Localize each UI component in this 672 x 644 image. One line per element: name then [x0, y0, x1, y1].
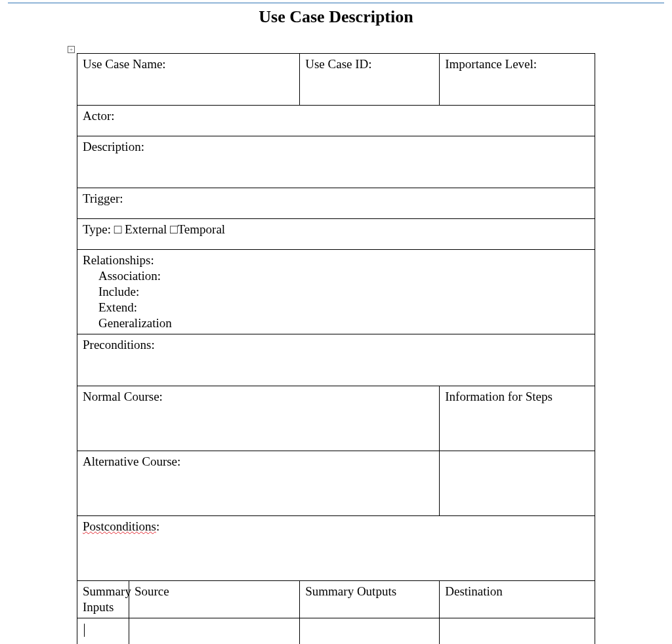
label-generalization: Generalization	[83, 315, 589, 331]
cell-importance-level: Importance Level:	[440, 54, 595, 106]
row-type: Type: □ External □Temporal	[77, 219, 595, 250]
label-summary-inputs: Summary Inputs	[83, 584, 131, 614]
cell-summary-inputs-hdr: Summary Inputs	[77, 581, 129, 618]
cell-destination-body[interactable]	[440, 618, 595, 645]
row-trigger: Trigger:	[77, 188, 595, 219]
label-include: Include:	[83, 284, 589, 300]
label-temporal: Temporal	[178, 222, 226, 236]
cell-normal-course: Normal Course:	[77, 386, 440, 451]
cell-alternative-course: Alternative Course:	[77, 451, 440, 516]
text-cursor-icon	[84, 624, 85, 637]
label-relationships: Relationships:	[83, 253, 154, 267]
label-info-for-steps: Information for Steps	[445, 390, 553, 403]
label-source: Source	[135, 584, 169, 598]
cell-use-case-id: Use Case ID:	[300, 54, 440, 106]
label-postconditions: Postconditions	[83, 519, 156, 533]
row-postconditions: Postconditions:	[77, 516, 595, 581]
label-importance-level: Importance Level:	[445, 57, 537, 71]
page-title: Use Case Description	[0, 7, 672, 27]
cell-actor: Actor:	[77, 106, 595, 136]
row-relationships: Relationships: Association: Include: Ext…	[77, 250, 595, 334]
cell-use-case-name: Use Case Name:	[77, 54, 300, 106]
label-trigger: Trigger:	[83, 191, 123, 205]
label-normal-course: Normal Course:	[83, 390, 163, 403]
label-description: Description:	[83, 140, 144, 153]
cell-source-body[interactable]	[129, 618, 299, 645]
table-move-handle-icon[interactable]: +	[68, 46, 75, 53]
label-destination: Destination	[445, 584, 503, 598]
row-preconditions: Preconditions:	[77, 334, 595, 386]
cell-source-hdr: Source	[129, 581, 299, 618]
cell-summary-outputs-hdr: Summary Outputs	[300, 581, 440, 618]
row-normal-course: Normal Course: Information for Steps	[77, 386, 595, 451]
cell-type: Type: □ External □Temporal	[77, 219, 595, 250]
cell-alternative-info	[440, 451, 595, 516]
row-summary-header: Summary Inputs Source Summary Outputs De…	[77, 581, 595, 618]
cell-preconditions: Preconditions:	[77, 334, 595, 386]
label-association: Association:	[83, 268, 589, 284]
label-extend: Extend:	[83, 300, 589, 315]
label-alternative-course: Alternative Course:	[83, 454, 180, 468]
use-case-table: Use Case Name: Use Case ID: Importance L…	[77, 53, 595, 644]
cell-info-for-steps: Information for Steps	[440, 386, 595, 451]
label-postconditions-colon: :	[156, 519, 159, 533]
label-external: External	[125, 222, 167, 236]
cell-summary-inputs-body[interactable]	[77, 618, 129, 645]
label-preconditions: Preconditions:	[83, 338, 155, 352]
table-wrap: + Use Case Name: Use Case ID: Importance…	[77, 53, 595, 644]
row-alternative-course: Alternative Course:	[77, 451, 595, 516]
cell-summary-outputs-body[interactable]	[300, 618, 440, 645]
top-rule	[8, 3, 664, 3]
label-use-case-name: Use Case Name:	[83, 57, 166, 71]
label-use-case-id: Use Case ID:	[305, 57, 371, 71]
label-summary-outputs: Summary Outputs	[305, 584, 396, 598]
checkbox-external-icon[interactable]: □	[114, 222, 121, 236]
row-actor: Actor:	[77, 106, 595, 136]
row-header-three: Use Case Name: Use Case ID: Importance L…	[77, 54, 595, 106]
cell-postconditions: Postconditions:	[77, 516, 595, 581]
cell-relationships: Relationships: Association: Include: Ext…	[77, 250, 595, 334]
row-description: Description:	[77, 136, 595, 188]
row-summary-body	[77, 618, 595, 645]
cell-trigger: Trigger:	[77, 188, 595, 219]
label-actor: Actor:	[83, 109, 115, 123]
checkbox-temporal-icon[interactable]: □	[170, 222, 177, 236]
cell-destination-hdr: Destination	[440, 581, 595, 618]
label-type: Type:	[83, 222, 114, 236]
cell-description: Description:	[77, 136, 595, 188]
